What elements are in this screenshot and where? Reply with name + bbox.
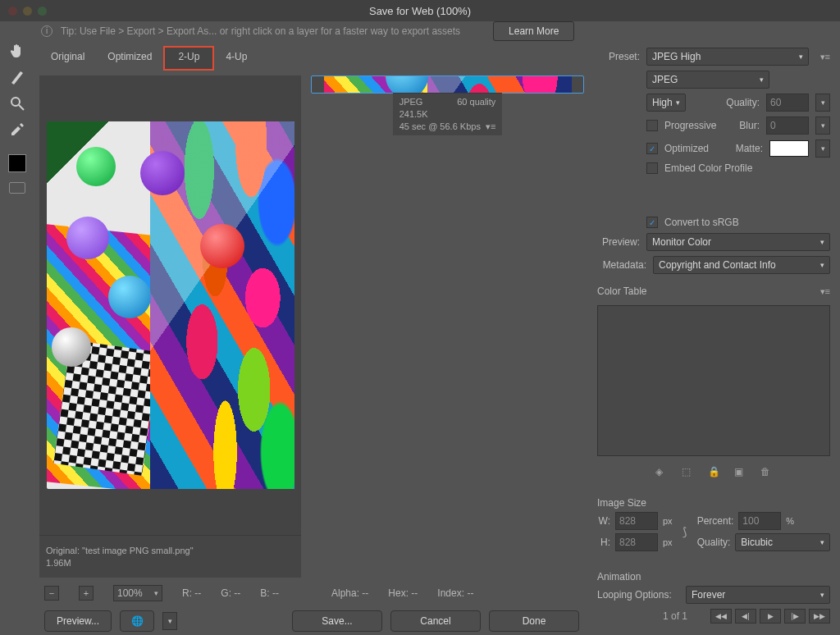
looping-select[interactable]: Forever▾	[686, 586, 830, 604]
ct-snap-icon[interactable]: ◈	[655, 466, 667, 477]
footer-buttons: Preview... 🌐 ▾ Save... Cancel Done	[39, 607, 584, 635]
done-button[interactable]: Done	[489, 610, 579, 632]
height-label: H:	[597, 537, 610, 548]
preview-meta-optimized: JPEG 60 quality 241.5K 45 sec @ 56.6 Kbp…	[393, 93, 503, 135]
learn-more-button[interactable]: Learn More	[493, 21, 574, 41]
preview-intent-select[interactable]: Monitor Color▾	[646, 233, 830, 251]
original-filename: Original: "test image PNG small.png"	[46, 546, 294, 555]
convert-srgb-label: Convert to sRGB	[664, 217, 739, 228]
preset-value: JPEG High	[652, 51, 701, 62]
preview-pane-optimized[interactable]: JPEG 60 quality 241.5K 45 sec @ 56.6 Kbp…	[311, 75, 584, 94]
tip-prefix: Tip: Use File > Export > Export As...	[61, 25, 217, 37]
width-unit: px	[663, 516, 673, 526]
browser-preview-button[interactable]: 🌐	[120, 610, 154, 632]
tab-2up[interactable]: 2-Up	[163, 46, 214, 71]
embed-profile-checkbox[interactable]	[646, 162, 658, 174]
percent-field[interactable]: 100	[738, 512, 781, 530]
color-table[interactable]	[597, 305, 830, 456]
color-table-label: Color Table	[597, 286, 646, 297]
optimized-checkbox[interactable]: ✓	[646, 143, 658, 154]
preview-intent-label: Preview:	[597, 236, 640, 248]
percent-label: Percent:	[697, 515, 734, 527]
metadata-select[interactable]: Copyright and Contact Info▾	[653, 256, 830, 274]
convert-srgb-checkbox[interactable]: ✓	[646, 217, 658, 228]
color-table-menu-icon[interactable]: ▾≡	[820, 286, 830, 297]
tab-optimized[interactable]: Optimized	[96, 46, 163, 71]
preview-button[interactable]: Preview...	[44, 610, 112, 632]
color-table-buttons: ◈ ⬚ 🔒 ▣ 🗑	[597, 466, 830, 477]
browser-preview-menu[interactable]: ▾	[162, 612, 177, 630]
ct-trash-icon[interactable]: 🗑	[760, 466, 772, 477]
preset-label: Preset:	[597, 51, 640, 62]
embed-profile-label: Embed Color Profile	[664, 162, 752, 174]
status-bar: − + 100%▾ R: -- G: -- B: -- Alpha: -- He…	[39, 582, 584, 604]
save-button[interactable]: Save...	[292, 610, 382, 632]
play-button[interactable]: ▶	[760, 609, 781, 624]
quality-slider-button[interactable]: ▾	[815, 94, 830, 112]
blur-slider-button[interactable]: ▾	[815, 116, 830, 135]
zoom-select[interactable]: 100%▾	[113, 585, 162, 601]
original-size: 1.96M	[46, 558, 294, 568]
zoom-tool-icon[interactable]	[9, 95, 25, 112]
animation-label: Animation	[597, 571, 830, 582]
titlebar: Save for Web (100%)	[0, 0, 840, 21]
last-frame-button[interactable]: ▶▶	[809, 609, 830, 624]
ct-cube-icon[interactable]: ⬚	[682, 466, 693, 477]
progressive-checkbox[interactable]	[646, 120, 658, 131]
preview-image-original	[39, 75, 301, 535]
metadata-value: Copyright and Contact Info	[659, 259, 776, 271]
quality-preset-select[interactable]: High▾	[646, 94, 686, 112]
width-label: W:	[597, 515, 610, 527]
quality-preset-value: High	[652, 97, 673, 108]
optimized-label: Optimized	[664, 143, 709, 154]
width-field[interactable]: 828	[615, 512, 658, 530]
ct-new-icon[interactable]: ▣	[734, 466, 746, 477]
readout-index: Index: --	[437, 587, 473, 599]
eyedropper-tool-icon[interactable]	[9, 121, 25, 138]
first-frame-button[interactable]: ◀◀	[710, 609, 732, 624]
settings-panel: Preset: JPEG High▾ ▾≡ JPEG▾ High▾ Qualit…	[589, 41, 840, 635]
metadata-label: Metadata:	[597, 259, 646, 271]
height-field[interactable]: 828	[615, 533, 658, 551]
window-title: Save for Web (100%)	[0, 5, 840, 17]
minus-button[interactable]: −	[44, 586, 59, 601]
preset-menu-icon[interactable]: ▾≡	[820, 52, 830, 62]
cancel-button[interactable]: Cancel	[390, 610, 481, 632]
looping-value: Forever	[692, 589, 725, 601]
ct-lock-icon[interactable]: 🔒	[708, 466, 719, 477]
left-toolbar	[0, 41, 34, 635]
preview-menu-icon[interactable]: ▾≡	[486, 121, 495, 131]
format-select[interactable]: JPEG▾	[646, 71, 769, 89]
preview-image-optimized	[319, 76, 577, 93]
next-frame-button[interactable]: |▶	[784, 609, 806, 624]
slice-tool-icon[interactable]	[9, 69, 25, 85]
quality-field[interactable]: 60	[766, 94, 809, 112]
view-tabs: Original Optimized 2-Up 4-Up	[39, 46, 584, 71]
plus-button[interactable]: +	[79, 586, 94, 601]
prev-frame-button[interactable]: ◀|	[735, 609, 756, 624]
constrain-proportions-icon[interactable]: ⟆	[678, 517, 692, 546]
readout-r: R: --	[182, 587, 201, 599]
optimized-format: JPEG	[399, 97, 423, 107]
frame-counter: 1 of 1	[663, 610, 687, 622]
preview-intent-value: Monitor Color	[652, 236, 711, 248]
readout-g: G: --	[221, 587, 240, 599]
toggle-slices-icon[interactable]	[9, 182, 25, 194]
quality-label: Quality:	[726, 97, 760, 108]
preview-pane-original[interactable]: Original: "test image PNG small.png" 1.9…	[39, 75, 301, 578]
readout-b: B: --	[260, 587, 279, 599]
resample-quality-select[interactable]: Bicubic▾	[735, 533, 830, 551]
preview-meta-original: Original: "test image PNG small.png" 1.9…	[39, 535, 301, 578]
hand-tool-icon[interactable]	[9, 43, 25, 59]
progressive-label: Progressive	[664, 120, 716, 131]
height-unit: px	[663, 537, 673, 547]
tab-original[interactable]: Original	[39, 46, 96, 71]
foreground-color-swatch[interactable]	[8, 154, 26, 172]
resample-quality-label: Quality:	[697, 537, 731, 548]
tip-text: Tip: Use File > Export > Export As... or…	[61, 25, 460, 37]
tab-4up[interactable]: 4-Up	[214, 46, 258, 71]
preset-select[interactable]: JPEG High▾	[646, 48, 809, 66]
matte-swatch[interactable]	[769, 140, 809, 157]
matte-menu[interactable]: ▾	[815, 139, 830, 158]
blur-field[interactable]: 0	[766, 116, 809, 135]
